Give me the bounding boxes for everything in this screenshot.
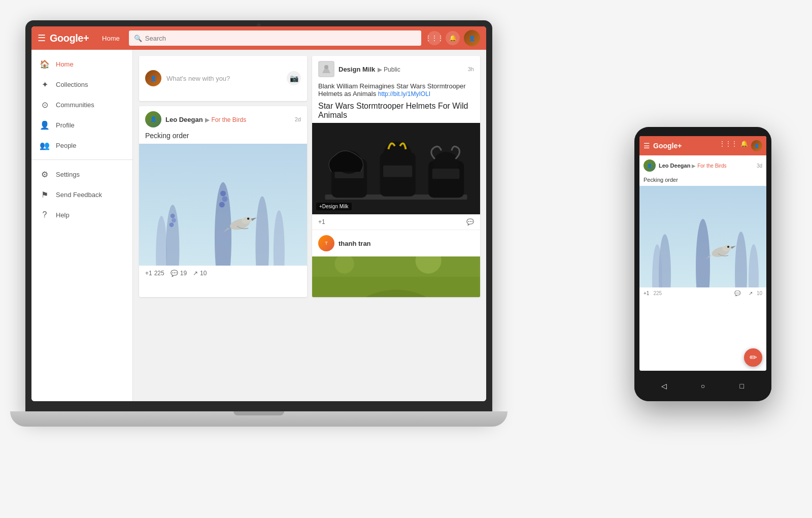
- notifications-icon[interactable]: 🔔: [446, 31, 460, 45]
- sidebar-home-label: Home: [56, 60, 74, 68]
- sidebar-item-feedback[interactable]: ⚑ Send Feedback: [31, 184, 132, 205]
- search-icon: 🔍: [134, 35, 142, 42]
- svg-rect-25: [383, 166, 412, 177]
- sidebar-item-settings[interactable]: ⚙ Settings: [31, 164, 132, 184]
- phone-gplus-app: ☰ Google+ ⋮⋮⋮ 🔔 👤 👤: [639, 136, 766, 371]
- phone-notifications-icon[interactable]: 🔔: [740, 140, 748, 151]
- phone-plus1-btn[interactable]: +1: [644, 290, 649, 296]
- phone-post-image: [639, 186, 766, 287]
- scene: ☰ Google+ Home 🔍 ⋮⋮⋮ 🔔 👤: [0, 0, 812, 518]
- svg-point-14: [247, 217, 249, 219]
- post2-image: +Design Milk: [312, 123, 480, 214]
- post1-title: Pecking order: [139, 131, 307, 144]
- photo-upload-button[interactable]: 📷: [287, 71, 301, 85]
- post2-plus1-icon: +1: [318, 218, 325, 225]
- sidebar-item-home[interactable]: 🏠 Home: [31, 54, 132, 74]
- phone-post-title: Pecking order: [639, 176, 766, 186]
- phone-user-avatar[interactable]: 👤: [751, 140, 762, 151]
- sidebar-item-help[interactable]: ? Help: [31, 205, 132, 225]
- gplus-app: ☰ Google+ Home 🔍 ⋮⋮⋮ 🔔 👤: [31, 26, 486, 401]
- plus1-icon: +1: [145, 270, 152, 277]
- main-content: 👤 What's new with you? 📷 👤: [133, 50, 486, 401]
- phone-plus1-count: 225: [653, 290, 662, 296]
- thanh-avatar: T: [318, 235, 334, 251]
- sidebar-item-profile[interactable]: 👤 Profile: [31, 115, 132, 135]
- post1-community[interactable]: For the Birds: [211, 116, 246, 123]
- post2-plus1-button[interactable]: +1: [318, 218, 325, 225]
- compose-card: 👤 What's new with you? 📷: [139, 56, 307, 101]
- topbar-actions: ⋮⋮⋮ 🔔 👤: [427, 30, 480, 46]
- post1-meta: Leo Deegan ▶ For the Birds: [165, 115, 291, 124]
- post2-meta: Design Milk ▶ Public: [339, 64, 464, 74]
- phone-topbar-actions: ⋮⋮⋮ 🔔 👤: [719, 140, 762, 151]
- phone-nav-bar: ◁ ○ □: [634, 371, 771, 401]
- phone-comment-btn[interactable]: 💬: [734, 290, 740, 296]
- sidebar-item-communities[interactable]: ⊙ Communities: [31, 94, 132, 115]
- hamburger-icon[interactable]: ☰: [38, 33, 46, 44]
- search-input[interactable]: [145, 35, 416, 42]
- profile-icon: 👤: [40, 120, 50, 130]
- home-icon: 🏠: [40, 59, 50, 69]
- sidebar-collections-label: Collections: [56, 81, 88, 88]
- phone-hamburger-icon[interactable]: ☰: [644, 142, 650, 150]
- home-tab[interactable]: Home: [97, 35, 125, 42]
- share-button[interactable]: ↗ 10: [193, 270, 207, 277]
- svg-point-42: [727, 246, 729, 248]
- post2-header: Design Milk ▶ Public 3h: [312, 56, 480, 80]
- compose-input-placeholder[interactable]: What's new with you?: [166, 75, 282, 82]
- svg-point-11: [219, 202, 225, 207]
- search-bar[interactable]: 🔍: [129, 30, 421, 46]
- phone-share-count: 10: [757, 290, 762, 296]
- plus1-button[interactable]: +1 225: [145, 270, 164, 277]
- svg-point-6: [171, 213, 175, 218]
- phone-post-header: 👤 Leo Deegan ▶ For the Birds 3d: [639, 155, 766, 176]
- sidebar-item-people[interactable]: 👥 People: [31, 135, 132, 155]
- phone-gplus-logo: Google+: [653, 142, 682, 150]
- post2-link[interactable]: http://bit.ly/1MyIOLI: [378, 90, 430, 98]
- dm-label: +Design Milk: [316, 203, 352, 210]
- post2-comment-icon: 💬: [466, 218, 474, 225]
- svg-point-7: [172, 218, 176, 222]
- phone-apps-icon[interactable]: ⋮⋮⋮: [719, 140, 737, 151]
- user-avatar[interactable]: 👤: [464, 30, 480, 46]
- collections-icon: ✦: [40, 79, 50, 89]
- phone-post-meta: Leo Deegan ▶ For the Birds: [659, 163, 754, 169]
- post1-header: 👤 Leo Deegan ▶ For the Birds 2d: [139, 106, 307, 131]
- svg-rect-31: [312, 277, 480, 297]
- phone-post-avatar: 👤: [644, 159, 656, 172]
- laptop-screen: ☰ Google+ Home 🔍 ⋮⋮⋮ 🔔 👤: [31, 26, 486, 401]
- phone-share-btn[interactable]: ↗: [749, 290, 753, 296]
- people-icon: 👥: [40, 140, 50, 150]
- post2-time: 3h: [468, 66, 474, 72]
- sidebar-item-collections[interactable]: ✦ Collections: [31, 74, 132, 94]
- sidebar-feedback-label: Send Feedback: [56, 191, 102, 199]
- comment-icon: 💬: [171, 270, 178, 277]
- post2-avatar: [318, 61, 334, 77]
- laptop-body: ☰ Google+ Home 🔍 ⋮⋮⋮ 🔔 👤: [25, 20, 492, 416]
- post1-avatar: 👤: [145, 111, 161, 127]
- post2-headline: Blank William Reimagines Star Wars Storm…: [312, 80, 480, 99]
- phone-home-button[interactable]: ○: [698, 381, 708, 391]
- phone-recents-button[interactable]: □: [737, 381, 747, 391]
- laptop-screen-bezel: ☰ Google+ Home 🔍 ⋮⋮⋮ 🔔 👤: [31, 26, 486, 401]
- post2-footer: +1 💬: [312, 214, 480, 230]
- post1-time: 2d: [295, 116, 301, 122]
- fab-pencil-icon: ✏: [750, 352, 757, 363]
- phone-post-community[interactable]: For the Birds: [697, 163, 726, 169]
- phone-post-author: Leo Deegan: [659, 163, 690, 169]
- phone-back-button[interactable]: ◁: [659, 381, 669, 391]
- laptop: ☰ Google+ Home 🔍 ⋮⋮⋮ 🔔 👤: [25, 20, 492, 447]
- post2-comment-button[interactable]: 💬: [466, 218, 474, 225]
- fab-compose-button[interactable]: ✏: [744, 348, 762, 367]
- sidebar-profile-label: Profile: [56, 121, 75, 129]
- post1-image: [139, 144, 307, 266]
- phone-screen: ☰ Google+ ⋮⋮⋮ 🔔 👤 👤: [639, 136, 766, 371]
- svg-rect-28: [432, 169, 459, 179]
- phone-topbar: ☰ Google+ ⋮⋮⋮ 🔔 👤: [639, 136, 766, 155]
- apps-icon[interactable]: ⋮⋮⋮: [427, 31, 442, 45]
- comment-count: 19: [180, 270, 187, 277]
- post2-visibility: Public: [384, 66, 400, 73]
- post1-author: Leo Deegan: [165, 116, 203, 123]
- svg-point-24: [383, 142, 412, 168]
- comment-button[interactable]: 💬 19: [171, 270, 187, 277]
